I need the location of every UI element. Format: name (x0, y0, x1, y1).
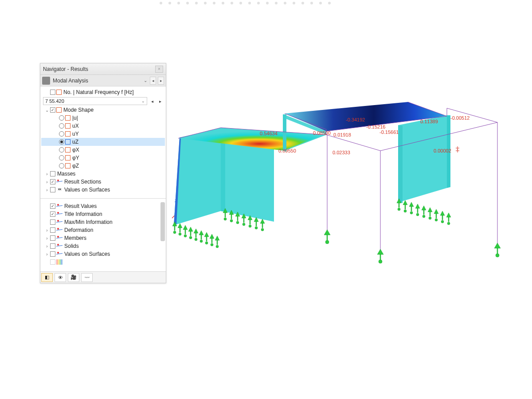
svg-marker-88 (403, 200, 407, 205)
chevron-right-icon[interactable]: › (45, 188, 49, 192)
chevron-right-icon[interactable]: › (45, 244, 49, 249)
mode-uz-radio[interactable] (59, 139, 64, 145)
svg-point-75 (243, 223, 245, 226)
mode-phiz-row[interactable]: φZ (41, 162, 165, 170)
svg-point-96 (416, 213, 419, 216)
members-checkbox[interactable] (50, 235, 55, 241)
close-icon[interactable]: × (155, 66, 163, 73)
panel-titlebar[interactable]: Navigator - Results × (40, 63, 166, 75)
svg-rect-119 (497, 248, 498, 254)
deformation-icon (56, 227, 63, 233)
result-value: 0.00002 (434, 148, 451, 153)
mode-ux-radio[interactable] (59, 123, 64, 129)
result-sections-row[interactable]: › Result Sections (41, 178, 165, 186)
prev-analysis-button[interactable]: ◂ (150, 77, 156, 85)
mode-phiz-radio[interactable] (59, 163, 64, 168)
svg-point-114 (325, 240, 329, 244)
svg-marker-31 (398, 125, 403, 203)
svg-rect-110 (448, 217, 449, 222)
result-value: 0.01918 (333, 132, 351, 137)
svg-point-90 (404, 210, 407, 212)
result-sections-checkbox[interactable] (50, 179, 55, 184)
natural-frequency-header-row[interactable]: No. | Natural Frequency f [Hz] (41, 88, 165, 96)
result-value: -0.34192 (346, 117, 365, 122)
solids-icon (56, 243, 63, 249)
analysis-icon (42, 77, 50, 85)
camera-button[interactable]: 🎥 (68, 273, 79, 282)
masses-row[interactable]: › Masses (41, 170, 165, 178)
svg-rect-38 (174, 226, 175, 231)
frequency-dropdown[interactable]: 7 55.420 ⌄ (43, 97, 147, 105)
result-value: -0.00512 (450, 115, 469, 121)
title-info-row[interactable]: Title Information (41, 210, 165, 218)
svg-marker-52 (199, 231, 203, 235)
mode-phix-radio[interactable] (59, 147, 64, 153)
chevron-down-icon[interactable]: ⌄ (143, 78, 148, 83)
table-icon (65, 115, 70, 121)
svg-marker-43 (183, 225, 188, 230)
mode-u-abs-radio[interactable] (59, 115, 64, 121)
result-values-row[interactable]: Result Values (41, 202, 165, 210)
mode-uz-row[interactable]: uZ (41, 138, 165, 146)
svg-rect-71 (237, 216, 238, 221)
next-frequency-button[interactable]: ▸ (157, 97, 163, 105)
mode-uy-radio[interactable] (59, 131, 64, 137)
values-on-surfaces-disp-label: Values on Surfaces (64, 251, 110, 257)
analysis-selector[interactable]: Modal Analysis ⌄ ◂ ▸ (40, 75, 166, 86)
svg-point-51 (195, 238, 197, 241)
svg-point-69 (230, 219, 233, 222)
svg-point-48 (189, 236, 192, 239)
mode-phiy-row[interactable]: φY (41, 154, 165, 162)
title-info-checkbox[interactable] (50, 211, 55, 217)
svg-rect-62 (217, 240, 218, 245)
solids-checkbox[interactable] (50, 243, 55, 249)
model-render: Z Y (168, 93, 514, 279)
maxmin-row[interactable]: Max/Min Information (41, 218, 165, 226)
mode-ux-row[interactable]: uX (41, 122, 165, 130)
model-viewport[interactable]: Z Y (168, 93, 514, 279)
svg-marker-103 (434, 209, 438, 214)
values-on-surfaces-disp-checkbox[interactable] (50, 251, 55, 257)
next-analysis-button[interactable]: ▸ (158, 77, 164, 85)
svg-point-102 (429, 217, 431, 219)
chevron-right-icon[interactable]: › (45, 236, 49, 241)
section-button[interactable]: 〰 (81, 273, 93, 282)
chevron-down-icon[interactable]: ⌄ (45, 108, 49, 113)
svg-rect-101 (430, 212, 430, 216)
svg-rect-116 (380, 254, 381, 260)
visibility-button[interactable]: 👁 (55, 273, 66, 282)
solids-row[interactable]: › Solids (41, 242, 165, 250)
values-on-surfaces-checkbox[interactable] (50, 187, 55, 192)
svg-rect-95 (417, 208, 418, 213)
chevron-right-icon[interactable]: › (45, 252, 49, 257)
mode-uy-row[interactable]: uY (41, 130, 165, 138)
prev-frequency-button[interactable]: ◂ (149, 97, 155, 105)
svg-rect-104 (436, 214, 437, 218)
chevron-right-icon[interactable]: › (45, 228, 49, 233)
svg-point-63 (216, 245, 219, 248)
chevron-right-icon[interactable]: › (45, 172, 49, 176)
result-values-checkbox[interactable] (50, 203, 55, 209)
view-mode-1-button[interactable]: ◧ (41, 273, 53, 282)
scrollbar-thumb[interactable] (160, 202, 165, 241)
svg-marker-29 (283, 114, 286, 152)
mode-phiy-radio[interactable] (59, 155, 64, 160)
maxmin-checkbox[interactable] (50, 219, 55, 225)
masses-label: Masses (57, 171, 75, 177)
svg-marker-106 (440, 211, 445, 215)
values-on-surfaces-disp-row[interactable]: › Values on Surfaces (41, 250, 165, 258)
values-on-surfaces-row[interactable]: › xx Values on Surfaces (41, 186, 165, 194)
chevron-right-icon[interactable]: › (45, 180, 49, 184)
members-row[interactable]: › Members (41, 234, 165, 242)
svg-rect-113 (327, 235, 328, 240)
masses-checkbox[interactable] (50, 171, 55, 176)
svg-marker-97 (422, 206, 426, 210)
deformation-checkbox[interactable] (50, 227, 55, 233)
mode-shape-checkbox[interactable] (50, 107, 55, 113)
natural-frequency-checkbox[interactable] (50, 90, 55, 95)
svg-rect-77 (250, 220, 250, 224)
deformation-row[interactable]: › Deformation (41, 226, 165, 234)
mode-u-abs-row[interactable]: |u| (41, 114, 165, 122)
mode-phix-row[interactable]: φX (41, 146, 165, 154)
mode-shape-row[interactable]: ⌄ Mode Shape (41, 106, 165, 114)
